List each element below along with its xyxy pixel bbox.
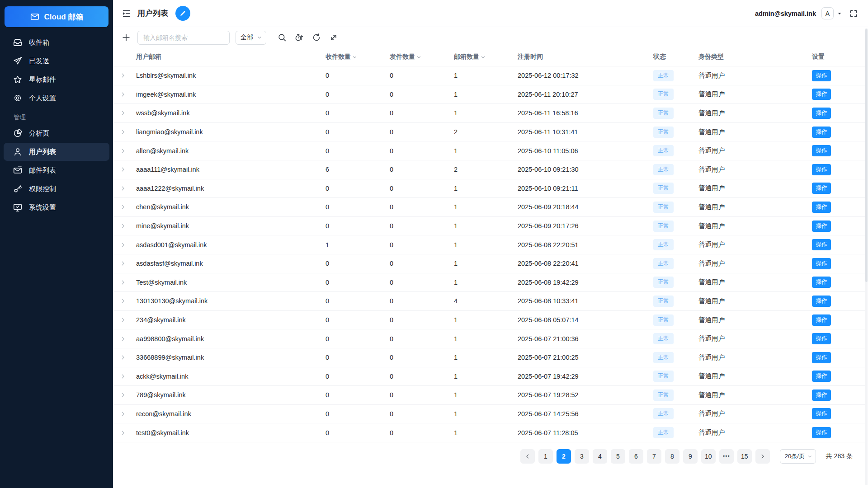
row-expand-chevron-right-icon[interactable] (120, 223, 126, 229)
next-page-button[interactable] (755, 449, 770, 464)
user-email: 130130130@skymail.ink (136, 297, 326, 305)
app-logo[interactable]: Cloud 邮箱 (5, 6, 108, 27)
column-header-sent[interactable]: 发件数量 (390, 53, 454, 61)
menu-fold-icon[interactable] (122, 9, 132, 19)
prev-page-button[interactable] (520, 449, 535, 464)
row-expand-chevron-right-icon[interactable] (120, 336, 126, 342)
column-header-mailboxes[interactable]: 邮箱数量 (454, 53, 518, 61)
row-expand-chevron-right-icon[interactable] (120, 129, 126, 135)
action-button[interactable]: 操作 (812, 427, 831, 438)
sidebar-item-personal-settings[interactable]: 个人设置 (4, 89, 109, 107)
table-row: recon@skymail.ink0012025-06-07 14:25:56正… (113, 405, 865, 424)
mailbox-count: 1 (454, 147, 518, 155)
column-header-received[interactable]: 收件数量 (326, 53, 390, 61)
row-expand-chevron-right-icon[interactable] (120, 354, 126, 361)
row-expand-chevron-right-icon[interactable] (120, 298, 126, 304)
action-button[interactable]: 操作 (812, 127, 831, 138)
table-row: mine@skymail.ink0012025-06-09 20:17:26正常… (113, 217, 865, 236)
action-button[interactable]: 操作 (812, 408, 831, 419)
action-button[interactable]: 操作 (812, 70, 831, 81)
row-expand-chevron-right-icon[interactable] (120, 72, 126, 79)
search-icon[interactable] (277, 33, 287, 42)
action-button[interactable]: 操作 (812, 145, 831, 156)
filter-select[interactable]: 全部 (236, 31, 266, 45)
page-button-5[interactable]: 5 (611, 449, 625, 464)
registered-time: 2025-06-11 16:58:16 (518, 109, 653, 117)
action-button[interactable]: 操作 (812, 89, 831, 100)
page-button-3[interactable]: 3 (575, 449, 589, 464)
row-expand-chevron-right-icon[interactable] (120, 91, 126, 98)
row-expand-chevron-right-icon[interactable] (120, 279, 126, 286)
row-expand-chevron-right-icon[interactable] (120, 392, 126, 398)
action-button[interactable]: 操作 (812, 258, 831, 269)
action-button[interactable]: 操作 (812, 202, 831, 213)
page-button-8[interactable]: 8 (665, 449, 679, 464)
user-email: aa998800@skymail.ink (136, 335, 326, 343)
sent-count: 0 (390, 429, 454, 436)
edit-title-button[interactable] (175, 6, 190, 21)
received-count: 6 (326, 166, 390, 173)
scrollbar-thumb[interactable] (865, 29, 868, 282)
refresh-icon[interactable] (311, 33, 321, 42)
row-expand-chevron-right-icon[interactable] (120, 242, 126, 248)
row-expand-chevron-right-icon[interactable] (120, 185, 126, 192)
row-expand-chevron-right-icon[interactable] (120, 373, 126, 380)
user-email: imgeek@skymail.ink (136, 91, 326, 98)
action-button[interactable]: 操作 (812, 352, 831, 363)
page-size-select[interactable]: 20条/页 (780, 449, 816, 464)
page-button-9[interactable]: 9 (683, 449, 698, 464)
mailbox-count: 1 (454, 203, 518, 211)
add-user-button[interactable] (121, 33, 131, 42)
action-button[interactable]: 操作 (812, 314, 831, 326)
action-button[interactable]: 操作 (812, 221, 831, 232)
page-button-15[interactable]: 15 (737, 449, 752, 464)
row-expand-chevron-right-icon[interactable] (120, 110, 126, 116)
row-expand-chevron-right-icon[interactable] (120, 411, 126, 417)
sidebar-item-mail-list[interactable]: 邮件列表 (4, 161, 109, 179)
mailbox-count: 1 (454, 335, 518, 343)
sidebar-item-permissions[interactable]: 权限控制 (4, 180, 109, 198)
action-button[interactable]: 操作 (812, 239, 831, 250)
mailbox-count: 1 (454, 373, 518, 380)
mail-icon (13, 165, 23, 175)
avatar[interactable]: A (821, 7, 834, 19)
action-button[interactable]: 操作 (812, 108, 831, 119)
page-ellipsis-button[interactable]: ••• (719, 449, 734, 464)
row-expand-chevron-right-icon[interactable] (120, 148, 126, 154)
action-button[interactable]: 操作 (812, 371, 831, 382)
page-button-7[interactable]: 7 (647, 449, 661, 464)
scrollbar[interactable] (865, 28, 868, 485)
status-badge: 正常 (653, 389, 674, 401)
fullscreen-icon[interactable] (849, 9, 858, 18)
page-button-2[interactable]: 2 (557, 449, 571, 464)
sidebar-item-system-settings[interactable]: 系统设置 (4, 198, 109, 216)
action-button[interactable]: 操作 (812, 164, 831, 175)
sidebar-item-inbox[interactable]: 收件箱 (4, 33, 109, 52)
action-button[interactable]: 操作 (812, 333, 831, 344)
sent-count: 0 (390, 128, 454, 136)
sidebar-item-user-list[interactable]: 用户列表 (4, 143, 109, 161)
row-expand-chevron-right-icon[interactable] (120, 430, 126, 436)
row-expand-chevron-right-icon[interactable] (120, 317, 126, 323)
monitor-icon (13, 202, 23, 212)
page-button-1[interactable]: 1 (538, 449, 553, 464)
expand-table-icon[interactable] (329, 33, 339, 42)
sidebar-item-starred[interactable]: 星标邮件 (4, 70, 109, 89)
row-expand-chevron-right-icon[interactable] (120, 260, 126, 267)
action-button[interactable]: 操作 (812, 277, 831, 288)
sort-by-time-icon[interactable] (294, 33, 304, 42)
action-button[interactable]: 操作 (812, 296, 831, 307)
row-expand-chevron-right-icon[interactable] (120, 166, 126, 173)
sidebar-item-sent[interactable]: 已发送 (4, 52, 109, 70)
page-button-10[interactable]: 10 (701, 449, 716, 464)
caret-down-icon[interactable] (836, 10, 843, 17)
action-button[interactable]: 操作 (812, 183, 831, 194)
registered-time: 2025-06-07 19:28:52 (518, 391, 653, 399)
page-button-4[interactable]: 4 (593, 449, 607, 464)
registered-time: 2025-06-10 11:05:06 (518, 147, 653, 155)
row-expand-chevron-right-icon[interactable] (120, 204, 126, 210)
sidebar-item-analytics[interactable]: 分析页 (4, 124, 109, 142)
search-input[interactable] (137, 31, 230, 45)
action-button[interactable]: 操作 (812, 389, 831, 401)
page-button-6[interactable]: 6 (629, 449, 643, 464)
